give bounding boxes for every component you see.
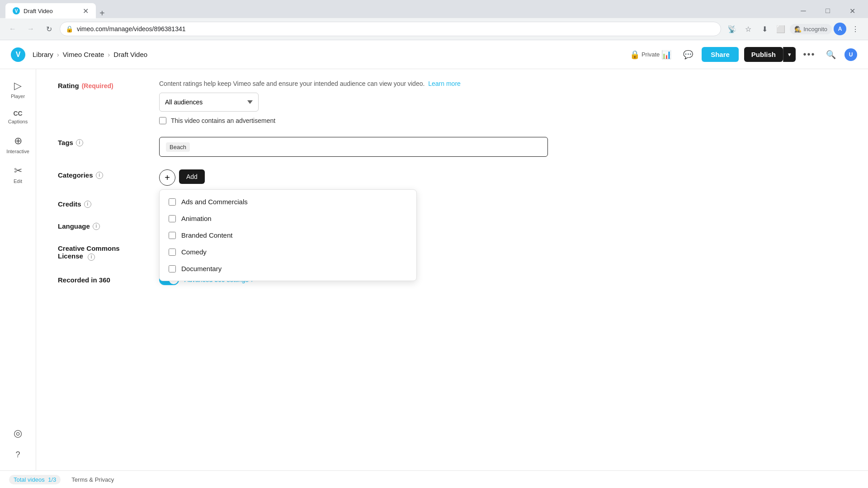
active-tab[interactable]: V Draft Video ✕	[5, 3, 96, 19]
analytics-btn[interactable]: 📊	[658, 47, 675, 63]
refresh-btn[interactable]: ↻	[42, 22, 56, 36]
cc-label-2: License i	[58, 252, 148, 261]
add-category-btn[interactable]: +	[159, 169, 175, 186]
search-btn[interactable]: 🔍	[823, 47, 839, 63]
rating-label-col: Rating (Required)	[58, 80, 148, 89]
credits-label: Credits i	[58, 198, 148, 208]
bookmark-btn[interactable]: ☆	[741, 22, 755, 36]
category-documentary-checkbox[interactable]	[169, 265, 176, 272]
tags-info-icon[interactable]: i	[76, 139, 83, 146]
categories-label-text: Categories	[58, 171, 93, 179]
private-btn[interactable]: 🔒 Private	[637, 47, 653, 63]
incognito-label: Incognito	[803, 26, 827, 33]
category-branded-checkbox[interactable]	[169, 232, 176, 239]
terms-privacy-link[interactable]: Terms & Privacy	[71, 476, 114, 483]
ad-checkbox[interactable]	[159, 117, 166, 124]
content-area: ▷ Player CC Captions ⊕ Interactive ✂ Edi…	[0, 69, 868, 470]
cc-label-col: Creative Commons License i	[58, 243, 148, 261]
forward-btn[interactable]: →	[24, 22, 38, 36]
sidebar-item-compass[interactable]: ◎	[3, 424, 33, 443]
categories-content: + Add Ads and Commercials	[159, 169, 846, 186]
comments-btn[interactable]: 💬	[680, 47, 696, 63]
nav-actions: 🔒 Private 📊 💬 Share Publish ▾ ••• 🔍 U	[637, 47, 857, 63]
sidebar: ▷ Player CC Captions ⊕ Interactive ✂ Edi…	[0, 69, 36, 470]
private-label: Private	[642, 51, 660, 58]
close-btn[interactable]: ✕	[842, 4, 863, 18]
360-label-col: Recorded in 360	[58, 274, 148, 284]
browser-navbar: ← → ↻ 🔒 vimeo.com/manage/videos/89638134…	[0, 18, 868, 40]
tags-label-text: Tags	[58, 139, 73, 146]
category-documentary-item[interactable]: Documentary	[160, 260, 416, 277]
tags-input-container[interactable]: Beach	[159, 137, 548, 157]
minimize-btn[interactable]: ─	[793, 4, 814, 18]
add-submit-btn[interactable]: Add	[179, 169, 205, 184]
download-btn[interactable]: ⬇	[757, 22, 772, 36]
categories-info-icon[interactable]: i	[96, 172, 103, 179]
breadcrumb-sep-1: ›	[57, 51, 59, 58]
category-comedy-checkbox[interactable]	[169, 249, 176, 256]
menu-btn[interactable]: ⋮	[848, 22, 863, 36]
tab-close-btn[interactable]: ✕	[83, 7, 89, 15]
360-label: Recorded in 360	[58, 274, 148, 284]
maximize-btn[interactable]: □	[817, 4, 838, 18]
breadcrumb-draft-video[interactable]: Draft Video	[113, 51, 147, 58]
breadcrumb-vimeo-create[interactable]: Vimeo Create	[63, 51, 104, 58]
rating-select[interactable]: All audiences Mature (17+) Adults only (…	[159, 93, 259, 112]
breadcrumb: Library › Vimeo Create › Draft Video	[33, 51, 147, 58]
sidebar-item-player[interactable]: ▷ Player	[3, 76, 33, 103]
language-label-text: Language	[58, 222, 90, 230]
share-btn[interactable]: Share	[702, 47, 739, 62]
sidebar-item-edit[interactable]: ✂ Edit	[3, 161, 33, 188]
user-avatar[interactable]: A	[834, 23, 846, 35]
rating-field-row: Rating (Required) Content ratings help k…	[58, 80, 846, 124]
credits-info-icon[interactable]: i	[84, 201, 91, 208]
category-comedy-item[interactable]: Comedy	[160, 244, 416, 260]
category-comedy-label: Comedy	[181, 248, 207, 256]
rating-content: Content ratings help keep Vimeo safe and…	[159, 80, 846, 124]
tags-input[interactable]	[193, 143, 541, 150]
rating-required: (Required)	[82, 82, 113, 89]
compass-icon: ◎	[14, 427, 22, 439]
user-profile-btn[interactable]: U	[844, 48, 857, 61]
sidebar-item-help[interactable]: ?	[3, 446, 33, 463]
help-icon: ?	[15, 450, 20, 460]
app-container: V Library › Vimeo Create › Draft Video 🔒…	[0, 40, 868, 488]
ad-checkbox-row: This video contains an advertisement	[159, 117, 846, 124]
category-branded-label: Branded Content	[181, 231, 232, 239]
address-bar[interactable]: 🔒 vimeo.com/manage/videos/896381341	[60, 22, 721, 36]
cc-info-icon[interactable]: i	[88, 253, 95, 261]
category-branded-item[interactable]: Branded Content	[160, 227, 416, 244]
security-icon: 🔒	[66, 25, 73, 33]
publish-btn[interactable]: Publish	[744, 47, 783, 62]
tags-label-col: Tags i	[58, 137, 148, 146]
nav-tools: 📡 ☆ ⬇ ⬜ 🕵 Incognito A ⋮	[725, 22, 863, 36]
more-options-btn[interactable]: •••	[801, 47, 817, 63]
sidebar-item-interactive[interactable]: ⊕ Interactive	[3, 131, 33, 158]
language-info-icon[interactable]: i	[93, 223, 100, 230]
vimeo-logo: V	[11, 47, 25, 62]
category-animation-item[interactable]: Animation	[160, 210, 416, 227]
browser-tabs: V Draft Video ✕ +	[5, 3, 108, 19]
categories-dropdown: Ads and Commercials Animation Branded Co…	[159, 189, 417, 281]
new-tab-btn[interactable]: +	[96, 8, 108, 19]
category-ads-checkbox[interactable]	[169, 198, 176, 206]
learn-more-link[interactable]: Learn more	[428, 80, 461, 87]
incognito-icon: 🕵	[794, 26, 802, 33]
category-animation-checkbox[interactable]	[169, 215, 176, 222]
category-ads-label: Ads and Commercials	[181, 198, 248, 206]
cast-btn[interactable]: 📡	[725, 22, 739, 36]
sidebar-interactive-label: Interactive	[6, 149, 29, 154]
sidebar-player-label: Player	[11, 94, 25, 99]
sidebar-item-captions[interactable]: CC Captions	[3, 106, 33, 128]
breadcrumb-sep-2: ›	[108, 51, 110, 58]
breadcrumb-library[interactable]: Library	[33, 51, 53, 58]
categories-scroll-area: Ads and Commercials Animation Branded Co…	[160, 190, 416, 281]
back-btn[interactable]: ←	[5, 22, 20, 36]
extensions-btn[interactable]: ⬜	[774, 22, 788, 36]
category-ads-item[interactable]: Ads and Commercials	[160, 193, 416, 210]
app-footer: Total videos 1/3 Terms & Privacy	[0, 470, 868, 488]
tags-label: Tags i	[58, 137, 148, 146]
publish-dropdown-btn[interactable]: ▾	[783, 47, 796, 62]
window-controls: ─ □ ✕	[793, 4, 863, 18]
categories-label: Categories i	[58, 169, 148, 179]
